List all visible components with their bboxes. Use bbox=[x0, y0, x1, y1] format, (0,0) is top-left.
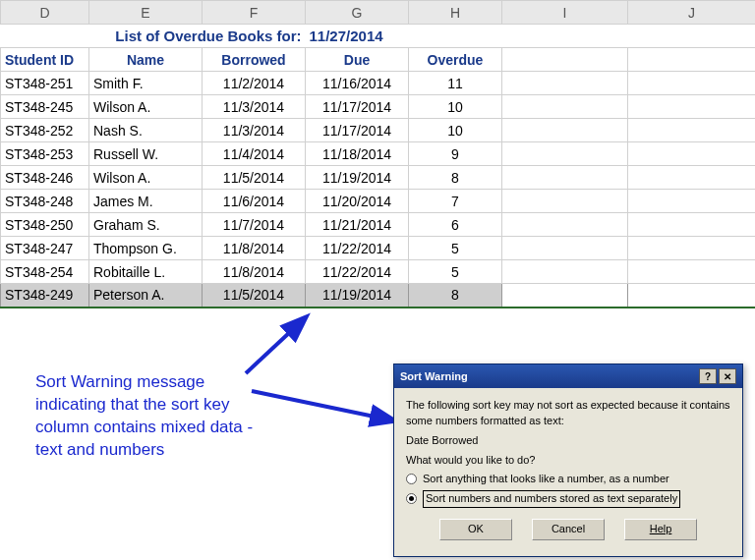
table-row[interactable]: ST348-248James M.11/6/201411/20/20147 bbox=[1, 190, 756, 213]
col-header[interactable]: E bbox=[89, 1, 203, 25]
cancel-button[interactable]: Cancel bbox=[532, 519, 605, 540]
table-row[interactable]: ST348-253Russell W.11/4/201411/18/20149 bbox=[1, 142, 756, 166]
annotation-text: Sort Warning message indicating that the… bbox=[35, 371, 261, 462]
header-borrowed[interactable]: Borrowed bbox=[203, 48, 306, 72]
radio-option-1[interactable]: Sort anything that looks like a number, … bbox=[406, 472, 730, 487]
title-text: List of Overdue Books for: bbox=[1, 25, 306, 48]
col-header[interactable]: G bbox=[306, 1, 409, 25]
header-overdue[interactable]: Overdue bbox=[409, 48, 502, 72]
table-row[interactable]: ST348-247Thompson G.11/8/201411/22/20145 bbox=[1, 237, 756, 260]
title-row[interactable]: List of Overdue Books for: 11/27/2014 bbox=[1, 25, 756, 48]
table-row[interactable]: ST348-246Wilson A.11/5/201411/19/20148 bbox=[1, 166, 756, 190]
close-icon[interactable]: ✕ bbox=[719, 368, 736, 384]
col-header[interactable]: H bbox=[409, 1, 502, 25]
col-header[interactable]: J bbox=[628, 1, 756, 25]
col-header[interactable]: D bbox=[1, 1, 89, 25]
header-student-id[interactable]: Student ID bbox=[1, 48, 89, 72]
dialog-titlebar[interactable]: Sort Warning ? ✕ bbox=[394, 364, 742, 388]
col-header[interactable]: F bbox=[203, 1, 306, 25]
table-row[interactable]: ST348-252Nash S.11/3/201411/17/201410 bbox=[1, 119, 756, 142]
title-date: 11/27/2014 bbox=[306, 25, 409, 48]
header-row[interactable]: Student ID Name Borrowed Due Overdue bbox=[1, 48, 756, 72]
radio-icon[interactable] bbox=[406, 493, 417, 504]
radio-label: Sort anything that looks like a number, … bbox=[423, 472, 669, 487]
table-row[interactable]: ST348-251Smith F.11/2/201411/16/201411 bbox=[1, 72, 756, 95]
help-icon[interactable]: ? bbox=[699, 368, 717, 384]
column-header-row[interactable]: D E F G H I J bbox=[1, 1, 756, 25]
header-due[interactable]: Due bbox=[306, 48, 409, 72]
dialog-title: Sort Warning bbox=[400, 370, 468, 382]
table-row[interactable]: ST348-254Robitaille L.11/8/201411/22/201… bbox=[1, 260, 756, 284]
sort-warning-dialog: Sort Warning ? ✕ The following sort key … bbox=[393, 364, 743, 557]
ok-button[interactable]: OK bbox=[439, 519, 512, 540]
table-row-selected[interactable]: ST348-249Peterson A.11/5/201411/19/20148 bbox=[1, 284, 756, 308]
radio-option-2[interactable]: Sort numbers and numbers stored as text … bbox=[406, 490, 730, 508]
radio-label: Sort numbers and numbers stored as text … bbox=[423, 490, 680, 508]
table-row[interactable]: ST348-250Graham S.11/7/201411/21/20146 bbox=[1, 213, 756, 237]
dialog-field: Date Borrowed bbox=[406, 433, 730, 449]
header-name[interactable]: Name bbox=[89, 48, 203, 72]
radio-icon[interactable] bbox=[406, 474, 417, 484]
table-row[interactable]: ST348-245Wilson A.11/3/201411/17/201410 bbox=[1, 95, 756, 119]
help-button[interactable]: Help bbox=[624, 519, 697, 540]
col-header[interactable]: I bbox=[502, 1, 628, 25]
dialog-message: The following sort key may not sort as e… bbox=[406, 398, 730, 429]
dialog-prompt: What would you like to do? bbox=[406, 453, 730, 469]
